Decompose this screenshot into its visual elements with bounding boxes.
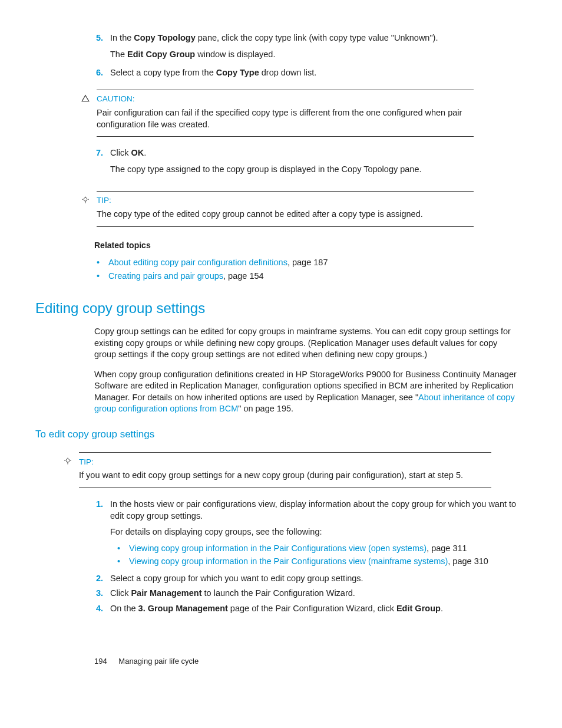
svg-point-5: [66, 459, 70, 462]
text: On the: [110, 604, 138, 613]
text: In the hosts view or pair configurations…: [110, 499, 516, 521]
sub-bullet-item: • Viewing copy group information in the …: [110, 556, 521, 568]
paragraph: When copy group configuration definition…: [94, 369, 521, 415]
text: , page 154: [223, 271, 264, 281]
paragraph: Copy group settings can be edited for co…: [94, 326, 521, 361]
step-1: 1. In the hosts view or pair configurati…: [85, 499, 521, 569]
link[interactable]: Viewing copy group information in the Pa…: [129, 556, 448, 566]
tip-label: TIP:: [97, 195, 111, 206]
tip-icon: [64, 456, 79, 468]
page-number: 194: [94, 656, 107, 667]
step-4: 4. On the 3. Group Management page of th…: [85, 603, 521, 615]
sub-paragraph: The copy type assigned to the copy group…: [110, 164, 521, 176]
text: The: [110, 50, 127, 59]
step-body: On the 3. Group Management page of the P…: [110, 603, 521, 615]
text: .: [441, 604, 443, 613]
bold-term: 3. Group Management: [138, 604, 228, 613]
step-5: 5. In the Copy Topology pane, click the …: [85, 32, 521, 65]
link[interactable]: About editing copy pair configuration de…: [108, 258, 287, 267]
text: , page 311: [427, 543, 467, 553]
text: , page 187: [287, 258, 328, 267]
step-body: Click Pair Management to launch the Pair…: [110, 588, 521, 599]
tip-box: TIP: If you want to edit copy group sett…: [79, 452, 491, 488]
step-3: 3. Click Pair Management to launch the P…: [85, 588, 521, 599]
bullet-icon: •: [110, 556, 129, 568]
bold-term: Edit Group: [396, 604, 441, 613]
text: , page 310: [448, 556, 488, 566]
svg-point-0: [84, 197, 87, 201]
step-number: 1.: [85, 499, 110, 569]
step-number: 5.: [85, 32, 110, 65]
tip-icon: [81, 195, 97, 207]
bullet-icon: •: [94, 271, 108, 282]
bold-term: Pair Management: [131, 588, 201, 598]
bold-term: Copy Topology: [134, 33, 195, 42]
text: In the: [110, 33, 134, 42]
caution-label: CAUTION:: [97, 94, 135, 104]
link[interactable]: Creating pairs and pair groups: [108, 271, 223, 281]
tip-header: TIP:: [81, 195, 474, 207]
bullet-body: About editing copy pair configuration de…: [108, 257, 521, 269]
chapter-title: Managing pair life cycle: [118, 657, 199, 666]
bullet-body: Viewing copy group information in the Pa…: [129, 556, 488, 568]
text: page of the Pair Configuration Wizard, c…: [228, 604, 396, 613]
caution-body: Pair configuration can fail if the speci…: [97, 107, 474, 130]
step-body: Select a copy group for which you want t…: [110, 573, 521, 585]
page-footer: 194 Managing pair life cycle: [94, 656, 521, 667]
bullet-body: Viewing copy group information in the Pa…: [129, 543, 467, 555]
text: .: [144, 148, 146, 157]
bold-term: Copy Type: [216, 68, 259, 77]
text: pane, click the copy type link (with cop…: [196, 33, 438, 42]
tip-label: TIP:: [79, 457, 94, 467]
ordered-list-bottom: 1. In the hosts view or pair configurati…: [85, 499, 521, 615]
related-topic-item: • Creating pairs and pair groups, page 1…: [94, 271, 521, 282]
tip-body: The copy type of the edited copy group c…: [97, 209, 474, 220]
step-6: 6. Select a copy type from the Copy Type…: [85, 67, 521, 79]
step-body: Select a copy type from the Copy Type dr…: [110, 67, 521, 79]
tip-body: If you want to edit copy group settings …: [79, 470, 491, 482]
step-number: 4.: [85, 603, 110, 615]
text: Click: [110, 148, 131, 157]
caution-icon: [81, 94, 97, 106]
text: " on page 195.: [238, 404, 293, 413]
text: Select a copy type from the: [110, 68, 216, 77]
bullet-icon: •: [94, 257, 108, 269]
sub-paragraph: The Edit Copy Group window is displayed.: [110, 49, 521, 61]
step-number: 7.: [85, 147, 110, 180]
link[interactable]: Viewing copy group information in the Pa…: [129, 543, 427, 553]
step-number: 3.: [85, 588, 110, 599]
step-number: 2.: [85, 573, 110, 585]
bold-term: Edit Copy Group: [127, 50, 195, 59]
text: to launch the Pair Configuration Wizard.: [202, 588, 355, 598]
related-topic-item: • About editing copy pair configuration …: [94, 257, 521, 269]
sub-paragraph: For details on displaying copy groups, s…: [110, 526, 521, 538]
step-number: 6.: [85, 67, 110, 79]
step-body: In the Copy Topology pane, click the cop…: [110, 32, 521, 65]
ordered-list-top: 5. In the Copy Topology pane, click the …: [85, 32, 521, 79]
sub-bullet-list: • Viewing copy group information in the …: [110, 543, 521, 568]
step-body: Click OK. The copy type assigned to the …: [110, 147, 521, 180]
text: drop down list.: [259, 68, 317, 77]
bold-term: OK: [131, 148, 144, 157]
tip-box: TIP: The copy type of the edited copy gr…: [97, 191, 474, 227]
section-heading: Editing copy group settings: [35, 299, 521, 318]
bullet-body: Creating pairs and pair groups, page 154: [108, 271, 521, 282]
sub-bullet-item: • Viewing copy group information in the …: [110, 543, 521, 555]
tip-header: TIP:: [64, 456, 491, 468]
text: Click: [110, 588, 131, 598]
caution-header: CAUTION:: [81, 94, 474, 106]
bullet-icon: •: [110, 543, 129, 555]
related-topics-heading: Related topics: [94, 240, 521, 251]
step-body: In the hosts view or pair configurations…: [110, 499, 521, 569]
related-topics-list: • About editing copy pair configuration …: [94, 257, 521, 282]
text: window is displayed.: [195, 50, 275, 59]
subsection-heading: To edit copy group settings: [35, 428, 521, 442]
step-2: 2. Select a copy group for which you wan…: [85, 573, 521, 585]
step-7: 7. Click OK. The copy type assigned to t…: [85, 147, 521, 180]
caution-box: CAUTION: Pair configuration can fail if …: [97, 90, 474, 137]
ordered-list-mid: 7. Click OK. The copy type assigned to t…: [85, 147, 521, 180]
